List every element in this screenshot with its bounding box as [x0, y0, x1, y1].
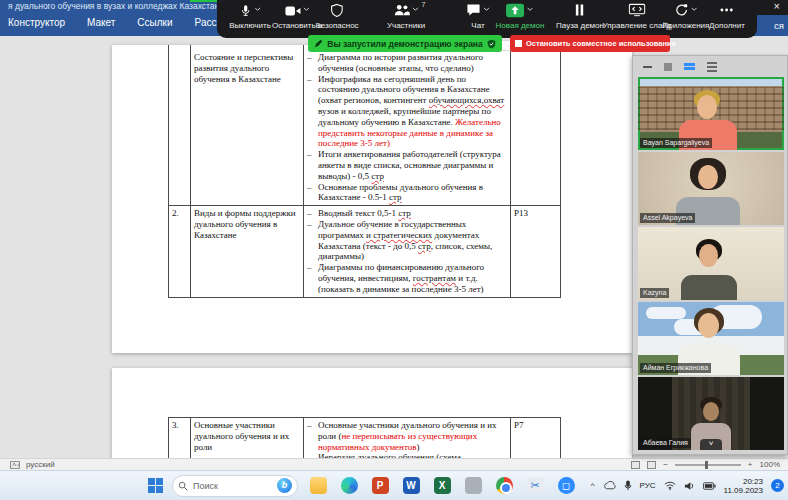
participant-video[interactable]: Assel Akpayeva [638, 152, 784, 225]
printer-icon[interactable] [462, 475, 484, 497]
screen: я дуального обучения в вузах и колледжах… [0, 0, 788, 500]
read-mode-icon[interactable] [631, 461, 640, 469]
participant-name: Айман Егрикжанова [640, 363, 711, 373]
microphone-button[interactable]: Выключить [229, 3, 271, 30]
excel-icon[interactable]: X [431, 475, 453, 497]
toolbar-button-label: Дополнит [709, 21, 745, 30]
chat-button[interactable]: Чат [466, 3, 490, 30]
tray-time: 20:23 [743, 477, 763, 486]
word-icon[interactable]: W [400, 475, 422, 497]
participant-videos: Bayan SapargaliyevaAssel AkpayevaKazynaА… [633, 77, 787, 450]
stop-share-button[interactable]: Остановить совместное использование [510, 35, 670, 52]
participants-icon [394, 3, 410, 21]
camera-icon [284, 3, 300, 21]
snipping-tool-icon[interactable]: ✂ [524, 475, 546, 497]
ribbon-tab-ссылки[interactable]: Ссылки [137, 17, 172, 28]
onedrive-icon[interactable] [603, 481, 616, 490]
print-layout-icon[interactable] [647, 461, 656, 469]
meeting-toolbar: ВыключитьОстановить вБезопаснос7Участник… [217, 0, 757, 38]
powerpoint-icon[interactable]: P [369, 475, 391, 497]
zoom-slider[interactable] [675, 464, 741, 466]
topic-cell: Состояние и перспективы развития дуально… [191, 45, 304, 206]
participant-face [698, 313, 719, 338]
table-row: 2.Виды и формы поддержки дуального обуче… [169, 206, 561, 297]
share-button-fragment[interactable]: ся [774, 20, 784, 31]
toolbar-button-label: Приложения [663, 21, 710, 30]
search-placeholder: Поиск [193, 481, 218, 491]
participant-video[interactable]: Kazyna [638, 227, 784, 300]
participant-face [697, 95, 717, 119]
table-row: Состояние и перспективы развития дуально… [169, 45, 561, 206]
participants-button[interactable]: 7Участники [387, 3, 425, 30]
screen-share-banner-text: Вы запустили демонстрацию экрана [327, 39, 483, 49]
bullet-item: –Инфографика на сегодняшний день по сост… [307, 74, 507, 150]
bullet-item: –Основные проблемы дуального обучения в … [307, 182, 507, 204]
toolbar-button-label: Новая демон [496, 21, 545, 30]
document-page-1: Состояние и перспективы развития дуально… [112, 45, 632, 353]
more-icon [720, 3, 735, 21]
slides-button[interactable]: Управление слайд [603, 3, 672, 30]
row-number-cell [169, 45, 191, 206]
participant-face [699, 244, 718, 267]
zoom-out-button[interactable]: − [663, 460, 668, 469]
tray-language[interactable]: РУС [640, 481, 656, 490]
battery-icon[interactable] [703, 482, 716, 490]
page-ref-cell [511, 45, 561, 206]
participant-video[interactable]: Айман Егрикжанова [638, 302, 784, 375]
page-ref-cell: Р7 [511, 418, 561, 459]
chat-icon [466, 3, 481, 21]
scroll-participants-chevron-down-icon[interactable]: ˅ [700, 439, 722, 450]
toolbar-button-label: Пауза демон [556, 21, 604, 30]
language-indicator[interactable]: русский [26, 460, 55, 469]
ribbon-tab-макет[interactable]: Макет [87, 17, 115, 28]
participant-face [698, 165, 718, 189]
bullet-item: –Основные участники дуального обучения и… [307, 420, 507, 452]
restore-icon[interactable] [664, 63, 672, 71]
spellcheck-icon [10, 461, 20, 469]
ribbon-tab-конструктор[interactable]: Конструктор [8, 17, 65, 28]
bullet-item: –Диаграмма по истории развития дуального… [307, 52, 507, 74]
wifi-icon[interactable] [664, 481, 676, 490]
zoom-icon[interactable]: ◻ [555, 475, 577, 497]
participants-count-badge: 7 [422, 1, 426, 8]
close-icon[interactable]: × [774, 0, 780, 12]
notification-badge[interactable]: 2 [771, 479, 784, 492]
bullet-item: –Дуальное обучение в государственных про… [307, 219, 507, 262]
bullet-item: –Итоги анкетирования работодателей (стру… [307, 149, 507, 181]
more-button[interactable]: Дополнит [709, 3, 745, 30]
toolbar-button-label: Участники [387, 21, 425, 30]
edge-icon[interactable] [338, 475, 360, 497]
participant-video[interactable]: Bayan Sapargaliyeva [638, 77, 784, 150]
tray-clock[interactable]: 20:23 11.09.2023 [724, 477, 763, 495]
apps-icon [675, 3, 689, 21]
file-explorer-icon[interactable] [307, 475, 329, 497]
participant-video[interactable]: Абаева Галия˅ [638, 377, 784, 450]
bing-icon[interactable]: b [277, 478, 292, 493]
gallery-view-icon[interactable] [707, 62, 717, 72]
tray-date: 11.09.2023 [724, 486, 763, 495]
zoom-in-button[interactable]: + [748, 460, 753, 469]
content-cell: –Вводный текст 0,5-1 стр–Дуальное обучен… [304, 206, 511, 297]
participant-figure [681, 275, 737, 300]
speaker-view-icon[interactable] [684, 61, 695, 72]
chrome-icon[interactable] [493, 475, 515, 497]
pause-button[interactable]: Пауза демон [556, 3, 604, 30]
microphone-tray-icon[interactable] [624, 480, 632, 491]
participant-name: Абаева Галия [640, 438, 691, 448]
participant-name: Assel Akpayeva [640, 213, 695, 223]
shield-button[interactable]: Безопаснос [315, 3, 358, 30]
minimize-icon[interactable] [643, 66, 652, 68]
stop-share-label: Остановить совместное использование [526, 39, 676, 48]
speaker-icon[interactable] [684, 481, 695, 491]
share-screen-button[interactable]: Новая демон [496, 3, 545, 30]
taskbar-search[interactable]: Поиск b [172, 475, 298, 497]
participant-name: Kazyna [640, 288, 669, 298]
participants-panel: Bayan SapargaliyevaAssel AkpayevaKazynaА… [632, 55, 788, 455]
stop-icon [515, 40, 522, 47]
start-button[interactable] [148, 478, 163, 493]
tray-expand-icon[interactable]: ^ [591, 481, 595, 490]
apps-button[interactable]: Приложения [663, 3, 710, 30]
share-screen-icon [506, 3, 525, 22]
participants-panel-header [633, 56, 787, 77]
zoom-level[interactable]: 100% [760, 460, 780, 469]
